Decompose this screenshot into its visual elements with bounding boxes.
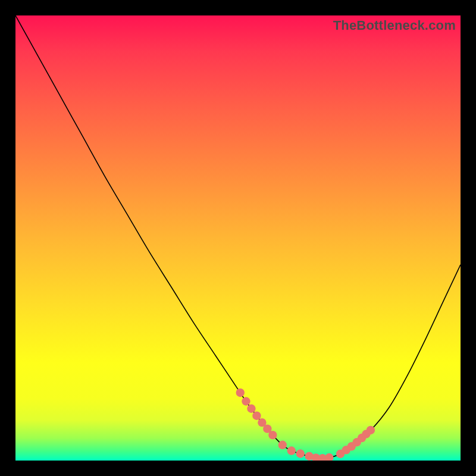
marker-dot [242,397,250,405]
chart-frame: TheBottleneck.com [0,0,476,476]
marker-dot [367,426,375,434]
marker-dots [236,389,375,461]
plot-area: TheBottleneck.com [15,15,461,461]
marker-dot [287,446,296,455]
marker-dot [278,441,287,449]
marker-dot [247,405,255,413]
marker-dot [252,412,261,420]
curve-layer [15,15,461,461]
marker-dot [325,453,333,461]
marker-dot [296,449,305,458]
marker-dot [268,431,277,439]
marker-dot [236,389,245,397]
